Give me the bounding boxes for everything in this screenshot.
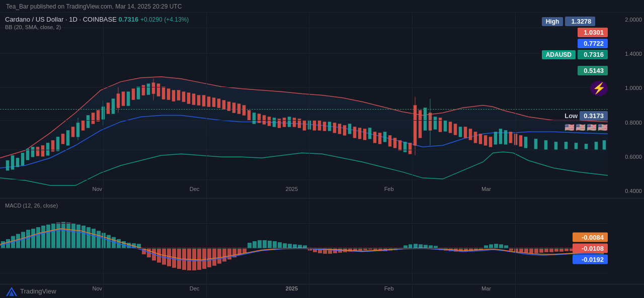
svg-rect-140 bbox=[102, 233, 106, 248]
macd-x-dec: Dec bbox=[190, 285, 200, 291]
price-axis: 2.0000 1.4000 1.0000 0.8000 0.6000 0.400… bbox=[610, 13, 644, 198]
flag-icon-2: 🇺🇸 bbox=[576, 123, 586, 132]
svg-rect-73 bbox=[243, 106, 246, 116]
grid-line bbox=[0, 179, 608, 180]
timeframe: 1D bbox=[69, 16, 77, 23]
svg-rect-61 bbox=[182, 92, 185, 102]
svg-rect-68 bbox=[217, 99, 220, 108]
svg-rect-22 bbox=[348, 124, 351, 134]
flag-icon-1: 🇺🇸 bbox=[565, 123, 575, 132]
svg-rect-65 bbox=[202, 95, 205, 107]
svg-rect-127 bbox=[36, 227, 40, 248]
macd-chart: MACD (12, 26, close) bbox=[0, 198, 644, 297]
macd-grid bbox=[0, 273, 608, 273]
svg-rect-131 bbox=[56, 223, 60, 248]
grid-line bbox=[0, 150, 608, 150]
svg-rect-27 bbox=[434, 117, 437, 129]
svg-rect-105 bbox=[469, 129, 472, 140]
svg-rect-48 bbox=[92, 113, 95, 124]
exchange: COINBASE bbox=[83, 16, 117, 23]
svg-rect-60 bbox=[177, 90, 180, 101]
pair-name: Cardano / US Dollar bbox=[5, 16, 63, 23]
macd-grid bbox=[0, 223, 608, 224]
low-label: Low bbox=[565, 112, 578, 120]
svg-rect-5 bbox=[26, 149, 29, 160]
svg-rect-35 bbox=[544, 140, 547, 149]
macd-x-nov: Nov bbox=[92, 285, 102, 291]
svg-rect-14 bbox=[127, 92, 130, 106]
svg-rect-26 bbox=[424, 108, 427, 130]
svg-rect-230 bbox=[554, 248, 558, 252]
lightning-icon: ⚡ bbox=[590, 81, 608, 96]
change-pct: (+4.13%) bbox=[164, 16, 189, 23]
svg-rect-1 bbox=[6, 160, 9, 170]
value-boxes: High 1.3278 1.0301 0.7722 ADAUSD 0.7316 … bbox=[542, 17, 608, 132]
svg-rect-164 bbox=[222, 248, 226, 262]
x-label-feb: Feb bbox=[384, 186, 394, 192]
svg-rect-225 bbox=[529, 248, 533, 253]
svg-rect-90 bbox=[358, 128, 361, 139]
macd-x-2025: 2025 bbox=[286, 285, 298, 291]
svg-rect-11 bbox=[87, 115, 90, 128]
svg-rect-84 bbox=[318, 120, 321, 130]
svg-rect-40 bbox=[595, 142, 598, 149]
svg-rect-229 bbox=[549, 248, 553, 252]
svg-rect-92 bbox=[373, 132, 376, 143]
flag-icon-4: 🇺🇸 bbox=[598, 123, 608, 132]
svg-rect-141 bbox=[107, 235, 111, 248]
x-label-dec: Dec bbox=[190, 186, 200, 192]
svg-rect-86 bbox=[333, 123, 336, 133]
svg-rect-62 bbox=[187, 93, 190, 104]
svg-rect-223 bbox=[519, 248, 523, 252]
pair-title: Cardano / US Dollar · 1D · COINBASE 0.73… bbox=[5, 16, 189, 23]
svg-rect-58 bbox=[167, 89, 170, 100]
high-label: High bbox=[542, 17, 564, 26]
grid-line bbox=[0, 53, 608, 54]
grid-line-v bbox=[515, 13, 516, 198]
middle-bb-value: 0.7722 bbox=[578, 39, 608, 48]
macd-hist-value: -0.0192 bbox=[573, 254, 608, 264]
svg-rect-8 bbox=[56, 137, 59, 151]
svg-rect-16 bbox=[147, 84, 150, 95]
svg-rect-3 bbox=[16, 158, 19, 167]
svg-rect-159 bbox=[197, 248, 201, 270]
price-level-upper: 1.0000 bbox=[610, 85, 644, 91]
svg-rect-170 bbox=[253, 241, 257, 248]
svg-rect-25 bbox=[404, 142, 407, 152]
svg-rect-59 bbox=[172, 90, 175, 102]
svg-rect-132 bbox=[61, 222, 65, 248]
svg-rect-128 bbox=[41, 226, 45, 248]
svg-rect-111 bbox=[514, 134, 517, 145]
svg-rect-218 bbox=[494, 244, 498, 248]
svg-rect-94 bbox=[388, 135, 391, 146]
macd-grid-v bbox=[309, 198, 309, 297]
price-level-main: 0.8000 bbox=[610, 120, 644, 126]
svg-rect-42 bbox=[36, 147, 39, 156]
svg-rect-57 bbox=[162, 87, 165, 100]
svg-rect-173 bbox=[268, 241, 272, 248]
svg-rect-107 bbox=[479, 134, 482, 144]
svg-rect-95 bbox=[393, 138, 396, 148]
svg-rect-99 bbox=[419, 110, 422, 138]
macd-grid-v bbox=[412, 198, 413, 297]
svg-rect-29 bbox=[459, 127, 462, 137]
svg-rect-63 bbox=[192, 94, 195, 105]
svg-rect-83 bbox=[313, 120, 316, 130]
svg-rect-13 bbox=[112, 99, 115, 114]
svg-rect-126 bbox=[31, 229, 35, 248]
svg-rect-74 bbox=[248, 110, 251, 120]
price-level-bottom: 0.4000 bbox=[610, 188, 644, 194]
macd-signal-value: -0.0108 bbox=[573, 243, 608, 253]
svg-rect-77 bbox=[268, 117, 271, 126]
price-level-lower: 0.6000 bbox=[610, 154, 644, 160]
current-price: 0.7316 bbox=[118, 16, 138, 23]
macd-x-feb: Feb bbox=[384, 285, 394, 291]
x-label-mar: Mar bbox=[481, 186, 491, 192]
reference-line bbox=[0, 109, 608, 110]
macd-grid-center bbox=[0, 248, 608, 249]
svg-rect-103 bbox=[454, 124, 457, 135]
svg-rect-23 bbox=[368, 128, 371, 139]
high-box: High 1.3278 bbox=[542, 17, 608, 26]
svg-rect-50 bbox=[107, 103, 110, 114]
svg-rect-30 bbox=[494, 132, 497, 144]
